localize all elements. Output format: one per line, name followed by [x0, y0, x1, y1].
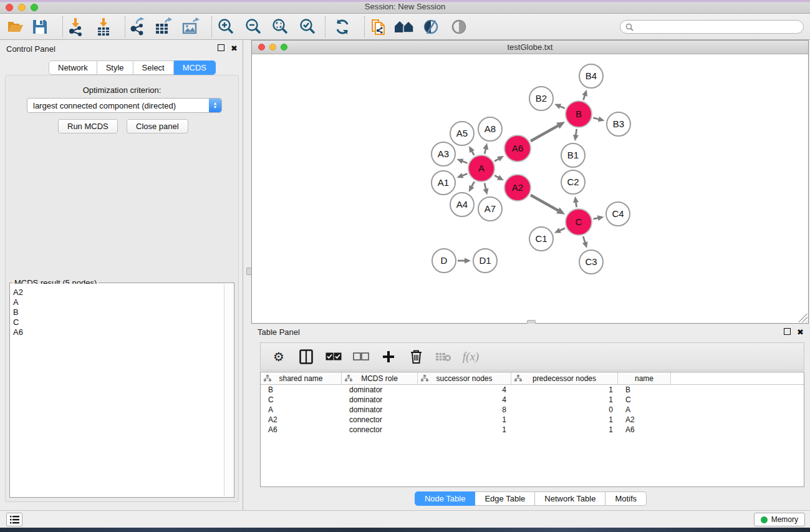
tab-mcds[interactable]: MCDS: [174, 60, 216, 75]
edge-C-C4[interactable]: [594, 218, 599, 219]
mcds-result-list[interactable]: A2ABCA6: [11, 284, 224, 496]
list-item[interactable]: A2: [13, 288, 224, 297]
column-header-shared-name[interactable]: shared name: [261, 372, 342, 384]
table-row[interactable]: Bdominator41B: [261, 385, 804, 395]
table-cell[interactable]: A6: [261, 425, 342, 435]
search-input[interactable]: [637, 21, 803, 32]
edge-A2-C[interactable]: [531, 195, 559, 211]
table-cell[interactable]: 1: [511, 395, 618, 405]
close-panel-icon[interactable]: ✖: [231, 44, 238, 53]
resize-grip-icon[interactable]: [799, 314, 808, 322]
edge-A-A6[interactable]: [494, 158, 499, 161]
mcds-list-scrollbar[interactable]: [224, 284, 233, 496]
network-canvas[interactable]: B4B2BB3A8A5A6A3B1AC2A1A2A4A7C4CC1DD1C3: [253, 55, 808, 323]
search-box[interactable]: [620, 20, 804, 34]
table-cell[interactable]: dominator: [342, 405, 418, 415]
list-item[interactable]: C: [13, 317, 224, 327]
tab-network-table[interactable]: Network Table: [535, 491, 605, 506]
close-panel-button[interactable]: Close panel: [127, 119, 188, 133]
table-cell[interactable]: dominator: [342, 395, 418, 405]
zoom-selected-icon[interactable]: [297, 17, 318, 37]
delete-table-icon[interactable]: [435, 347, 451, 366]
network-window-titlebar[interactable]: testGlobe.txt: [252, 41, 808, 54]
table-cell[interactable]: 1: [511, 415, 618, 425]
edge-B-B2[interactable]: [560, 106, 565, 108]
table-cell[interactable]: 1: [511, 425, 618, 435]
show-columns-icon[interactable]: [298, 347, 314, 366]
edge-A-A8[interactable]: [485, 148, 486, 153]
edge-A-A2[interactable]: [494, 175, 499, 178]
import-network-icon[interactable]: [65, 17, 86, 37]
table-cell[interactable]: connector: [342, 425, 418, 435]
table-cell[interactable]: B: [261, 385, 342, 395]
tab-edge-table[interactable]: Edge Table: [475, 491, 535, 506]
table-cell[interactable]: 1: [511, 385, 618, 395]
list-item[interactable]: A6: [13, 327, 224, 337]
edge-B-B3[interactable]: [593, 118, 599, 119]
table-cell[interactable]: 1: [418, 425, 511, 435]
edge-A-A1[interactable]: [462, 173, 468, 175]
task-history-button[interactable]: [6, 513, 22, 526]
import-table-icon[interactable]: [93, 17, 114, 37]
float-table-panel-icon[interactable]: [784, 328, 791, 337]
export-table-icon[interactable]: [153, 17, 174, 37]
export-network-icon[interactable]: [126, 17, 147, 37]
table-row[interactable]: A6connector11A6: [261, 425, 804, 435]
close-table-panel-icon[interactable]: ✖: [797, 328, 804, 337]
table-row[interactable]: Cdominator41C: [261, 395, 804, 405]
edge-C-C1[interactable]: [559, 228, 565, 231]
column-header-name[interactable]: name: [618, 372, 671, 384]
list-item[interactable]: B: [13, 307, 224, 317]
table-settings-gear-icon[interactable]: ⚙: [271, 347, 287, 366]
table-cell[interactable]: C: [261, 395, 342, 405]
tab-motifs[interactable]: Motifs: [605, 491, 647, 506]
edge-A6-B[interactable]: [531, 125, 559, 141]
edge-A-A7[interactable]: [485, 183, 486, 189]
clone-network-icon[interactable]: [368, 17, 389, 37]
tab-network[interactable]: Network: [49, 60, 97, 75]
table-cell[interactable]: A: [261, 405, 342, 415]
table-cell[interactable]: C: [618, 395, 752, 405]
edge-B-B4[interactable]: [583, 95, 585, 100]
table-cell[interactable]: A2: [618, 415, 752, 425]
table-cell[interactable]: A6: [618, 425, 752, 435]
edge-A-A4[interactable]: [471, 181, 475, 187]
table-cell[interactable]: 8: [418, 405, 511, 415]
run-mcds-button[interactable]: Run MCDS: [58, 119, 118, 133]
edge-A-A5[interactable]: [471, 151, 474, 155]
table-cell[interactable]: A2: [261, 415, 342, 425]
select-all-icon[interactable]: [325, 347, 342, 366]
table-cell[interactable]: 1: [418, 415, 511, 425]
refresh-icon[interactable]: [332, 17, 353, 37]
function-builder-icon[interactable]: f(x): [463, 347, 479, 366]
toggle-view-icon[interactable]: [420, 17, 441, 37]
table-cell[interactable]: B: [618, 385, 752, 395]
list-item[interactable]: A: [13, 297, 224, 307]
edge-B-B1[interactable]: [576, 129, 576, 136]
open-file-icon[interactable]: [5, 17, 26, 37]
tab-style[interactable]: Style: [97, 60, 133, 75]
deselect-all-icon[interactable]: [353, 347, 369, 366]
show-hide-icon[interactable]: [448, 17, 470, 37]
float-panel-icon[interactable]: [218, 44, 224, 53]
tab-select[interactable]: Select: [133, 60, 174, 75]
delete-column-icon[interactable]: [408, 347, 424, 366]
zoom-in-icon[interactable]: [215, 17, 236, 37]
column-header-predecessor-nodes[interactable]: predecessor nodes: [511, 372, 618, 384]
column-header-mcds-role[interactable]: MCDS role: [342, 372, 418, 384]
table-cell[interactable]: 4: [418, 385, 511, 395]
edge-C-C3[interactable]: [583, 236, 585, 243]
table-cell[interactable]: 4: [418, 395, 511, 405]
edge-C-C2[interactable]: [576, 202, 576, 208]
table-cell[interactable]: connector: [342, 415, 418, 425]
column-header-successor-nodes[interactable]: successor nodes: [418, 372, 511, 384]
save-session-icon[interactable]: [29, 17, 51, 37]
table-row[interactable]: A2connector11A2: [261, 415, 804, 425]
table-cell[interactable]: A: [618, 405, 752, 415]
zoom-out-icon[interactable]: [243, 17, 264, 37]
add-column-icon[interactable]: [380, 347, 397, 366]
criterion-select[interactable]: largest connected component (directed) ▲…: [27, 98, 222, 113]
zoom-fit-icon[interactable]: [269, 17, 291, 37]
export-image-icon[interactable]: [180, 17, 201, 37]
memory-button[interactable]: Memory: [754, 513, 805, 526]
